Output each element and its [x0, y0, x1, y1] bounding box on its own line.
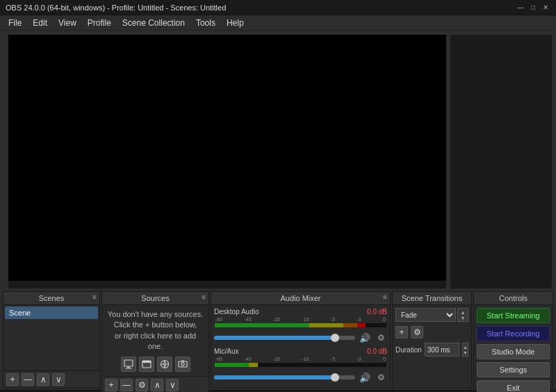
scenes-title: Scenes	[39, 294, 65, 302]
scenes-panel-header: Scenes ≡	[3, 292, 99, 305]
transition-select-row: Fade Cut ▲ ▼	[395, 308, 468, 322]
transition-select[interactable]: Fade Cut	[395, 308, 456, 322]
desktop-volume-slider[interactable]	[214, 336, 355, 340]
sources-up-button[interactable]: ∧	[151, 379, 163, 391]
scenes-up-button[interactable]: ∧	[37, 373, 49, 386]
mic-aux-channel: Mic/Aux 0.0 dB -60-40-20-10-5-30	[214, 348, 387, 384]
sources-title: Sources	[141, 294, 169, 302]
mic-aux-header: Mic/Aux 0.0 dB	[214, 348, 387, 355]
scenes-add-button[interactable]: +	[6, 373, 19, 386]
sources-add-button[interactable]: +	[105, 379, 117, 391]
menu-view[interactable]: View	[53, 17, 82, 29]
start-streaming-button[interactable]: Start Streaming	[477, 308, 550, 323]
mic-meter-visual	[214, 362, 387, 368]
svg-rect-9	[181, 360, 184, 361]
controls-panel: Controls Start Streaming Start Recording…	[473, 291, 553, 389]
scenes-panel-menu-btn[interactable]: ≡	[92, 293, 97, 301]
scene-transitions-header: Scene Transitions	[393, 292, 471, 305]
duration-input[interactable]	[425, 343, 459, 357]
menu-edit[interactable]: Edit	[27, 17, 53, 29]
source-browser-icon[interactable]	[157, 357, 172, 372]
source-window-icon[interactable]	[139, 357, 154, 372]
desktop-audio-controls: 🔊 ⚙	[214, 331, 387, 345]
source-camera-icon[interactable]	[175, 357, 190, 372]
exit-button[interactable]: Exit	[477, 380, 550, 392]
desktop-audio-channel: Desktop Audio 0.0 dB -60-40-20-10-5-30	[214, 308, 387, 345]
transition-chevron[interactable]: ▲ ▼	[457, 308, 468, 322]
settings-button[interactable]: Settings	[477, 362, 550, 377]
scene-transitions-title: Scene Transitions	[402, 294, 462, 302]
transitions-content: Fade Cut ▲ ▼ + ⚙ Duration ▲ ▼	[393, 305, 471, 388]
scenes-panel: Scenes ≡ Scene + — ∧ ∨	[3, 291, 100, 389]
sources-panel-header: Sources ≡	[102, 292, 208, 305]
audio-mixer-header: Audio Mixer ≡	[211, 292, 390, 305]
sources-down-button[interactable]: ∨	[166, 379, 179, 391]
desktop-audio-db: 0.0 dB	[367, 308, 387, 316]
menu-bar: File Edit View Profile Scene Collection …	[0, 15, 556, 31]
duration-chevron-down-icon: ▼	[463, 350, 468, 355]
desktop-audio-label: Desktop Audio	[214, 308, 259, 316]
desktop-meter-ticks: -60-40-20-10-5-30	[214, 317, 387, 322]
scenes-list: Scene	[3, 305, 99, 370]
duration-chevron[interactable]: ▲ ▼	[462, 343, 468, 357]
sources-panel-menu-btn[interactable]: ≡	[202, 293, 206, 301]
mic-audio-settings-button[interactable]: ⚙	[375, 371, 387, 384]
preview-area	[4, 35, 552, 288]
mic-volume-slider[interactable]	[214, 375, 355, 379]
desktop-mute-button[interactable]: 🔊	[358, 331, 372, 345]
svg-rect-4	[142, 361, 151, 363]
title-bar-controls: — □ ✕	[516, 3, 550, 13]
menu-file[interactable]: File	[3, 17, 27, 29]
menu-profile[interactable]: Profile	[82, 17, 117, 29]
mic-aux-label: Mic/Aux	[214, 348, 239, 355]
audio-mixer-menu-btn[interactable]: ≡	[383, 293, 387, 301]
chevron-up-icon: ▲	[461, 310, 466, 315]
svg-rect-0	[124, 360, 133, 366]
svg-point-8	[181, 362, 183, 365]
studio-mode-button[interactable]: Studio Mode	[477, 344, 550, 359]
scene-transitions-panel: Scene Transitions Fade Cut ▲ ▼ + ⚙ Durat…	[392, 291, 472, 389]
controls-content: Start Streaming Start Recording Studio M…	[474, 305, 553, 392]
scenes-down-button[interactable]: ∨	[52, 373, 65, 386]
minimize-button[interactable]: —	[516, 3, 525, 13]
menu-tools[interactable]: Tools	[190, 17, 221, 29]
audio-mixer-panel: Audio Mixer ≡ Desktop Audio 0.0 dB -60-4…	[211, 291, 391, 389]
menu-scene-collection[interactable]: Scene Collection	[117, 17, 190, 29]
duration-chevron-up-icon: ▲	[463, 345, 468, 350]
close-button[interactable]: ✕	[541, 3, 550, 13]
start-recording-button[interactable]: Start Recording	[477, 326, 550, 341]
audio-mixer-title: Audio Mixer	[280, 294, 320, 302]
mic-mute-button[interactable]: 🔊	[358, 370, 372, 384]
title-bar-text: OBS 24.0.0 (64-bit, windows) - Profile: …	[6, 3, 226, 12]
controls-title: Controls	[499, 294, 528, 302]
mic-aux-controls: 🔊 ⚙	[214, 370, 387, 384]
desktop-audio-settings-button[interactable]: ⚙	[375, 332, 387, 344]
menu-help[interactable]: Help	[221, 17, 250, 29]
svg-rect-2	[126, 368, 131, 368]
sources-remove-button[interactable]: —	[120, 379, 133, 391]
duration-row: Duration ▲ ▼	[395, 343, 468, 357]
duration-label: Duration	[395, 346, 422, 354]
sources-toolbar: + — ⚙ ∧ ∨	[102, 376, 208, 392]
sources-settings-button[interactable]: ⚙	[136, 379, 148, 391]
audio-channels: Desktop Audio 0.0 dB -60-40-20-10-5-30	[211, 305, 390, 388]
transition-settings-button[interactable]: ⚙	[411, 326, 423, 338]
maximize-button[interactable]: □	[528, 3, 538, 13]
preview-canvas	[8, 35, 446, 281]
bottom-section: Scenes ≡ Scene + — ∧ ∨ Sources ≡ You don…	[0, 291, 556, 389]
transition-add-row: + ⚙	[395, 326, 468, 338]
mic-meter-ticks: -60-40-20-10-5-30	[214, 357, 387, 361]
sources-icon-row	[121, 357, 190, 372]
desktop-audio-header: Desktop Audio 0.0 dB	[214, 308, 387, 316]
source-display-icon[interactable]	[121, 357, 136, 372]
scenes-remove-button[interactable]: —	[22, 373, 34, 386]
sources-panel: Sources ≡ You don't have any sources.Cli…	[101, 291, 209, 389]
sources-empty-text: You don't have any sources.Click the + b…	[106, 309, 204, 352]
desktop-meter-visual	[214, 322, 387, 328]
sources-empty-area[interactable]: You don't have any sources.Click the + b…	[102, 305, 208, 376]
title-bar: OBS 24.0.0 (64-bit, windows) - Profile: …	[0, 0, 556, 15]
scenes-toolbar: + — ∧ ∨	[3, 370, 99, 388]
scene-item[interactable]: Scene	[5, 307, 98, 319]
chevron-down-icon: ▼	[461, 316, 466, 320]
transition-add-button[interactable]: +	[395, 326, 408, 338]
